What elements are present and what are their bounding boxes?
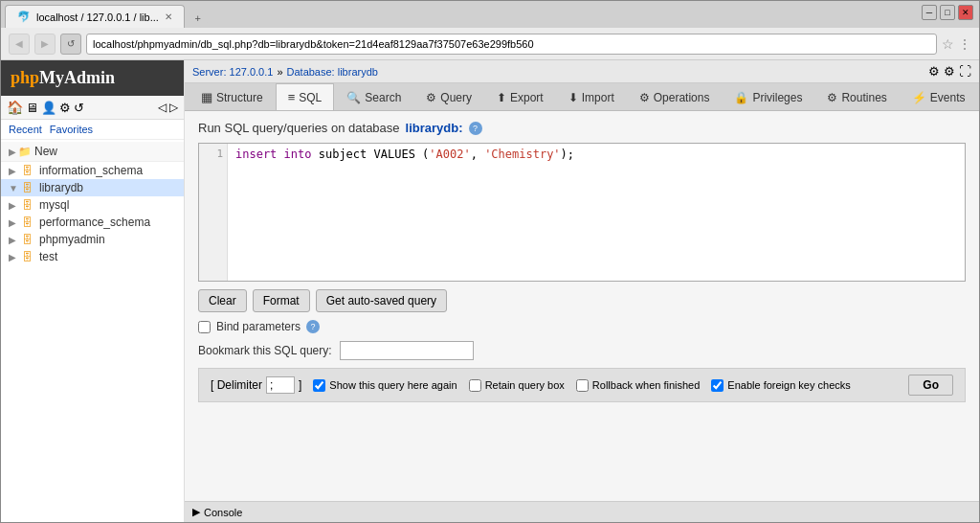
tab-import[interactable]: ⬇ Import — [556, 84, 627, 110]
tab-routines[interactable]: ⚙ Routines — [814, 84, 899, 110]
foreign-checks-label: Enable foreign key checks — [727, 379, 850, 391]
tab-favicon: 🐬 — [17, 11, 31, 23]
config-icon[interactable]: ⚙ — [944, 64, 955, 79]
export-tab-icon: ⬆ — [497, 91, 506, 104]
help-icon[interactable]: ? — [469, 122, 482, 135]
show-query-checkbox[interactable] — [313, 379, 325, 392]
sql-editor[interactable]: 1 insert into subject VALUES ('A002', 'C… — [198, 143, 966, 282]
db-name-label: librarydb: — [406, 121, 463, 135]
tab-privileges[interactable]: 🔒 Privileges — [722, 84, 814, 110]
user-icon[interactable]: 👤 — [41, 101, 56, 115]
refresh-sidebar-icon[interactable]: ↺ — [74, 101, 84, 115]
sidebar-item-phpmyadmin[interactable]: ▶ 🗄 phpmyadmin — [1, 231, 184, 248]
pma-logo-text: phpMyAdmin — [11, 68, 115, 88]
info-schema-label: information_schema — [39, 164, 143, 177]
expand-header-icon[interactable]: ⛶ — [959, 64, 971, 79]
show-query-option: Show this query here again — [313, 379, 457, 392]
structure-tab-icon: ▦ — [201, 90, 212, 104]
retain-query-checkbox[interactable] — [469, 379, 481, 392]
import-tab-label: Import — [582, 91, 614, 104]
expand-sidebar-icon[interactable]: ◁ — [158, 101, 167, 114]
expand-new-icon: ▶ — [9, 147, 18, 157]
pma-logo: phpMyAdmin — [1, 60, 184, 96]
export-tab-label: Export — [510, 91, 544, 104]
librarydb-label: librarydb — [39, 181, 83, 194]
sidebar-item-test[interactable]: ▶ 🗄 test — [1, 248, 184, 265]
operations-tab-icon: ⚙ — [639, 91, 650, 104]
database-breadcrumb[interactable]: Database: librarydb — [287, 66, 378, 78]
close-button[interactable]: ✕ — [958, 5, 973, 20]
tab-title: localhost / 127.0.0.1 / lib... — [36, 11, 159, 23]
foreign-checks-option: Enable foreign key checks — [711, 379, 850, 392]
tab-structure[interactable]: ▦ Structure — [189, 83, 276, 110]
server-icon[interactable]: 🖥 — [26, 101, 38, 115]
bind-params-checkbox[interactable] — [198, 321, 211, 333]
delimiter-box: [ Delimiter ] — [211, 376, 301, 394]
sql-code-area[interactable]: insert into subject VALUES ('A002', 'Che… — [228, 144, 965, 281]
query-tab-label: Query — [440, 91, 472, 104]
structure-tab-label: Structure — [216, 91, 263, 104]
tab-sql[interactable]: ≡ SQL — [276, 83, 335, 111]
sidebar-item-mysql[interactable]: ▶ 🗄 mysql — [1, 196, 184, 214]
delimiter-input[interactable] — [266, 376, 295, 394]
bind-params-help-icon[interactable]: ? — [306, 320, 320, 333]
sidebar-item-new[interactable]: ▶ 📁 New — [1, 142, 184, 162]
favorites-link[interactable]: Favorites — [50, 124, 93, 135]
show-query-label: Show this query here again — [329, 379, 457, 391]
line-numbers: 1 — [199, 144, 228, 281]
address-bar[interactable] — [86, 34, 937, 55]
settings-icon[interactable]: ⋮ — [958, 36, 971, 52]
privileges-tab-label: Privileges — [752, 91, 802, 104]
delimiter-label: [ Delimiter — [211, 378, 262, 392]
refresh-button[interactable]: ↺ — [60, 34, 81, 55]
tab-export[interactable]: ⬆ Export — [484, 84, 556, 110]
settings-sidebar-icon[interactable]: ⚙ — [59, 101, 71, 115]
bookmark-row: Bookmark this SQL query: — [198, 341, 966, 360]
rollback-label: Rollback when finished — [592, 379, 701, 391]
rollback-checkbox[interactable] — [576, 379, 589, 392]
sidebar-item-librarydb[interactable]: ▼ 🗄 librarydb — [1, 179, 184, 196]
import-tab-icon: ⬇ — [568, 91, 578, 104]
clear-button[interactable]: Clear — [198, 289, 247, 312]
tab-search[interactable]: 🔍 Search — [334, 84, 413, 110]
tab-query[interactable]: ⚙ Query — [413, 84, 484, 110]
bookmark-input[interactable] — [340, 341, 474, 360]
home-icon[interactable]: 🏠 — [7, 100, 23, 115]
bookmark-label: Bookmark this SQL query: — [198, 344, 332, 357]
bookmark-icon[interactable]: ☆ — [942, 36, 954, 52]
options-bar: [ Delimiter ] Show this query here again… — [198, 368, 966, 402]
minimize-button[interactable]: ─ — [922, 5, 937, 20]
format-button[interactable]: Format — [253, 289, 310, 312]
new-tab-button[interactable]: + — [189, 9, 208, 28]
rollback-option: Rollback when finished — [576, 379, 701, 392]
get-auto-saved-button[interactable]: Get auto-saved query — [316, 289, 447, 312]
events-tab-label: Events — [930, 91, 966, 104]
recent-link[interactable]: Recent — [9, 124, 42, 135]
gear-header-icon[interactable]: ⚙ — [928, 64, 940, 79]
query-tab-icon: ⚙ — [426, 91, 436, 104]
sidebar-item-information-schema[interactable]: ▶ 🗄 information_schema — [1, 162, 184, 179]
db-icon-perf: 🗄 — [22, 216, 33, 228]
bind-params-row: Bind parameters ? — [198, 320, 966, 333]
expand-library-icon: ▼ — [9, 183, 18, 193]
maximize-button[interactable]: □ — [940, 5, 955, 20]
sidebar-item-performance-schema[interactable]: ▶ 🗄 performance_schema — [1, 214, 184, 231]
go-button[interactable]: Go — [908, 375, 953, 396]
back-button[interactable]: ◀ — [9, 34, 30, 55]
privileges-tab-icon: 🔒 — [734, 91, 748, 104]
performance-schema-label: performance_schema — [39, 216, 150, 229]
tab-operations[interactable]: ⚙ Operations — [627, 84, 723, 110]
expand-mysql-icon: ▶ — [9, 200, 18, 211]
tab-close-icon[interactable]: ✕ — [165, 11, 172, 22]
tab-events[interactable]: ⚡ Events — [900, 84, 978, 110]
new-label: New — [34, 145, 57, 158]
operations-tab-label: Operations — [654, 91, 710, 104]
server-breadcrumb[interactable]: Server: 127.0.0.1 — [192, 66, 273, 78]
foreign-checks-checkbox[interactable] — [711, 379, 724, 392]
console-bar[interactable]: ▶ Console — [185, 501, 979, 522]
forward-button[interactable]: ▶ — [34, 34, 56, 55]
tab-more[interactable]: ▼ More — [978, 84, 979, 110]
browser-tab[interactable]: 🐬 localhost / 127.0.0.1 / lib... ✕ — [5, 5, 185, 28]
collapse-sidebar-icon[interactable]: ▷ — [169, 101, 178, 114]
retain-query-label: Retain query box — [485, 379, 565, 391]
